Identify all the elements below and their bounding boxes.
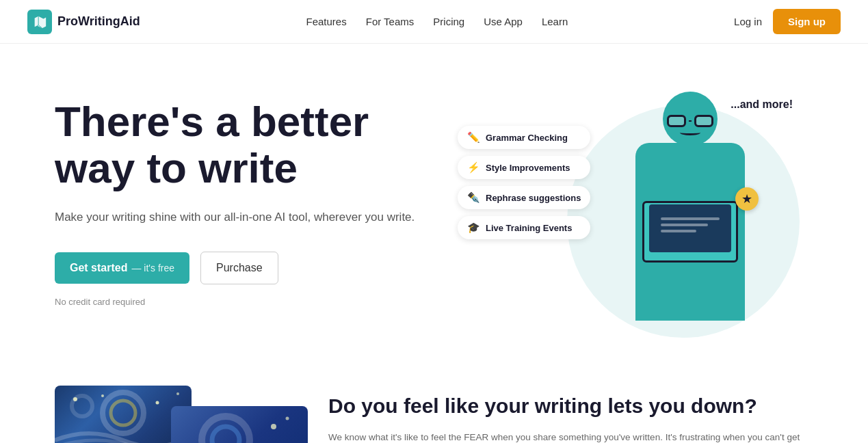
hero-illustration: ...and more! bbox=[458, 85, 813, 345]
brand-name: ProWritingAid bbox=[57, 14, 140, 29]
svg-point-11 bbox=[271, 424, 276, 429]
brand-logo-link[interactable]: ProWritingAid bbox=[27, 10, 140, 34]
svg-point-1 bbox=[111, 401, 135, 425]
lower-description: We know what it's like to feel the FEAR … bbox=[328, 430, 813, 443]
svg-point-9 bbox=[212, 427, 239, 443]
lower-image-area: My idea in my head bbox=[55, 386, 287, 443]
style-icon: ⚡ bbox=[467, 161, 480, 174]
lower-section: My idea in my head Do you feel like your… bbox=[0, 372, 868, 443]
hero-title: There's a better way to write bbox=[55, 98, 415, 191]
nav-features[interactable]: Features bbox=[306, 16, 347, 27]
get-started-button[interactable]: Get started — it's free bbox=[55, 252, 189, 284]
signup-button[interactable]: Sign up bbox=[773, 9, 841, 34]
nav-actions: Log in Sign up bbox=[734, 9, 841, 34]
login-button[interactable]: Log in bbox=[734, 16, 762, 27]
svg-point-7 bbox=[176, 392, 179, 395]
feature-pills: ✏️ Grammar Checking ⚡ Style Improvements… bbox=[458, 126, 590, 239]
pill-rephrase: ✒️ Rephrase suggestions bbox=[458, 186, 590, 209]
pill-grammar: ✏️ Grammar Checking bbox=[458, 126, 590, 149]
no-credit-label: No credit card required bbox=[55, 297, 415, 307]
painting-card-2 bbox=[171, 406, 308, 443]
navbar: ProWritingAid Features For Teams Pricing… bbox=[0, 0, 868, 44]
rephrase-icon: ✒️ bbox=[467, 191, 480, 204]
training-icon: 🎓 bbox=[467, 222, 480, 234]
brand-logo-icon bbox=[27, 10, 52, 34]
hero-section: There's a better way to write Make your … bbox=[0, 44, 868, 372]
nav-for-teams[interactable]: For Teams bbox=[366, 16, 415, 27]
hero-subtitle: Make your writing shine with our all-in-… bbox=[55, 208, 415, 226]
hero-cta: Get started — it's free Purchase bbox=[55, 252, 415, 284]
pill-training: 🎓 Live Training Events bbox=[458, 216, 590, 239]
lower-right: Do you feel like your writing lets you d… bbox=[328, 386, 813, 443]
lower-title: Do you feel like your writing lets you d… bbox=[328, 392, 813, 419]
svg-point-0 bbox=[103, 392, 144, 433]
grammar-icon: ✏️ bbox=[467, 131, 480, 144]
nav-use-app[interactable]: Use App bbox=[484, 16, 523, 27]
nav-links: Features For Teams Pricing Use App Learn bbox=[306, 16, 568, 28]
nav-learn[interactable]: Learn bbox=[542, 16, 568, 27]
person-illustration: ★ bbox=[601, 92, 779, 338]
purchase-button[interactable]: Purchase bbox=[200, 252, 278, 284]
hero-left: There's a better way to write Make your … bbox=[55, 85, 415, 307]
svg-point-4 bbox=[73, 397, 77, 401]
svg-point-8 bbox=[202, 416, 250, 443]
pill-style: ⚡ Style Improvements bbox=[458, 156, 590, 179]
svg-point-6 bbox=[156, 401, 159, 405]
svg-point-12 bbox=[286, 417, 289, 420]
nav-pricing[interactable]: Pricing bbox=[433, 16, 464, 27]
svg-point-5 bbox=[101, 394, 104, 397]
